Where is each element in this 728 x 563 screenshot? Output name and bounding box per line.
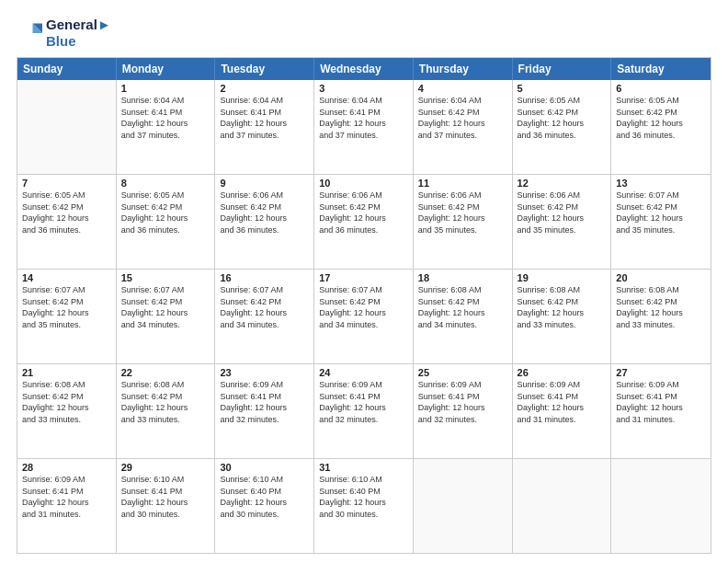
day-info: Sunrise: 6:10 AM Sunset: 6:40 PM Dayligh…: [319, 474, 408, 520]
day-number: 25: [418, 367, 507, 378]
calendar-cell: 16Sunrise: 6:07 AM Sunset: 6:42 PM Dayli…: [215, 270, 314, 363]
calendar-cell: 9Sunrise: 6:06 AM Sunset: 6:42 PM Daylig…: [215, 175, 314, 269]
day-info: Sunrise: 6:09 AM Sunset: 6:41 PM Dayligh…: [22, 474, 111, 520]
calendar-body: 1Sunrise: 6:04 AM Sunset: 6:41 PM Daylig…: [17, 80, 711, 553]
calendar-cell: 14Sunrise: 6:07 AM Sunset: 6:42 PM Dayli…: [17, 270, 117, 363]
day-number: 7: [22, 178, 111, 189]
day-number: 1: [121, 83, 210, 94]
day-info: Sunrise: 6:05 AM Sunset: 6:42 PM Dayligh…: [616, 95, 706, 141]
calendar-row: 7Sunrise: 6:05 AM Sunset: 6:42 PM Daylig…: [17, 175, 711, 270]
calendar-cell: 5Sunrise: 6:05 AM Sunset: 6:42 PM Daylig…: [513, 80, 612, 174]
calendar-cell: 8Sunrise: 6:05 AM Sunset: 6:42 PM Daylig…: [117, 175, 216, 269]
day-number: 31: [319, 462, 408, 473]
day-number: 9: [220, 178, 309, 189]
calendar-cell: 13Sunrise: 6:07 AM Sunset: 6:42 PM Dayli…: [611, 175, 711, 269]
day-number: 8: [121, 178, 210, 189]
day-info: Sunrise: 6:08 AM Sunset: 6:42 PM Dayligh…: [616, 284, 706, 330]
weekday-header: Friday: [513, 58, 612, 80]
day-number: 5: [518, 83, 607, 94]
day-number: 20: [616, 272, 706, 283]
calendar-cell: 30Sunrise: 6:10 AM Sunset: 6:40 PM Dayli…: [215, 459, 314, 553]
calendar-cell: 31Sunrise: 6:10 AM Sunset: 6:40 PM Dayli…: [314, 459, 414, 553]
day-number: 18: [418, 272, 507, 283]
day-number: 6: [616, 83, 706, 94]
day-info: Sunrise: 6:08 AM Sunset: 6:42 PM Dayligh…: [418, 284, 507, 330]
calendar-cell: 21Sunrise: 6:08 AM Sunset: 6:42 PM Dayli…: [17, 364, 117, 458]
day-info: Sunrise: 6:08 AM Sunset: 6:42 PM Dayligh…: [121, 379, 210, 425]
calendar-cell: 28Sunrise: 6:09 AM Sunset: 6:41 PM Dayli…: [17, 459, 117, 553]
day-number: 26: [518, 367, 607, 378]
calendar: SundayMondayTuesdayWednesdayThursdayFrid…: [17, 57, 711, 554]
day-info: Sunrise: 6:05 AM Sunset: 6:42 PM Dayligh…: [121, 190, 210, 236]
day-info: Sunrise: 6:06 AM Sunset: 6:42 PM Dayligh…: [319, 190, 408, 236]
day-number: 2: [220, 83, 309, 94]
day-number: 4: [418, 83, 507, 94]
day-number: 11: [418, 178, 507, 189]
logo-icon: [17, 20, 42, 46]
day-number: 27: [616, 367, 706, 378]
day-number: 17: [319, 272, 408, 283]
day-info: Sunrise: 6:07 AM Sunset: 6:42 PM Dayligh…: [616, 190, 706, 236]
day-number: 15: [121, 272, 210, 283]
weekday-header: Thursday: [414, 58, 513, 80]
day-number: 24: [319, 367, 408, 378]
calendar-cell: 2Sunrise: 6:04 AM Sunset: 6:41 PM Daylig…: [215, 80, 314, 174]
weekday-header: Monday: [117, 58, 216, 80]
calendar-cell: [611, 459, 711, 553]
day-info: Sunrise: 6:10 AM Sunset: 6:40 PM Dayligh…: [220, 474, 309, 520]
calendar-cell: 19Sunrise: 6:08 AM Sunset: 6:42 PM Dayli…: [513, 270, 612, 363]
calendar-cell: 29Sunrise: 6:10 AM Sunset: 6:41 PM Dayli…: [117, 459, 216, 553]
day-info: Sunrise: 6:04 AM Sunset: 6:41 PM Dayligh…: [319, 95, 408, 141]
day-info: Sunrise: 6:09 AM Sunset: 6:41 PM Dayligh…: [418, 379, 507, 425]
calendar-cell: 24Sunrise: 6:09 AM Sunset: 6:41 PM Dayli…: [314, 364, 414, 458]
calendar-row: 1Sunrise: 6:04 AM Sunset: 6:41 PM Daylig…: [17, 80, 711, 175]
calendar-cell: 26Sunrise: 6:09 AM Sunset: 6:41 PM Dayli…: [513, 364, 612, 458]
day-info: Sunrise: 6:04 AM Sunset: 6:41 PM Dayligh…: [121, 95, 210, 141]
calendar-cell: 3Sunrise: 6:04 AM Sunset: 6:41 PM Daylig…: [314, 80, 414, 174]
day-number: 28: [22, 462, 111, 473]
day-info: Sunrise: 6:09 AM Sunset: 6:41 PM Dayligh…: [616, 379, 706, 425]
calendar-cell: 11Sunrise: 6:06 AM Sunset: 6:42 PM Dayli…: [414, 175, 513, 269]
day-info: Sunrise: 6:06 AM Sunset: 6:42 PM Dayligh…: [518, 190, 607, 236]
calendar-cell: 1Sunrise: 6:04 AM Sunset: 6:41 PM Daylig…: [117, 80, 216, 174]
day-number: 22: [121, 367, 210, 378]
day-info: Sunrise: 6:04 AM Sunset: 6:41 PM Dayligh…: [220, 95, 309, 141]
day-info: Sunrise: 6:09 AM Sunset: 6:41 PM Dayligh…: [319, 379, 408, 425]
day-number: 10: [319, 178, 408, 189]
day-number: 12: [518, 178, 607, 189]
calendar-row: 28Sunrise: 6:09 AM Sunset: 6:41 PM Dayli…: [17, 459, 711, 553]
day-number: 19: [518, 272, 607, 283]
calendar-cell: 22Sunrise: 6:08 AM Sunset: 6:42 PM Dayli…: [117, 364, 216, 458]
day-info: Sunrise: 6:06 AM Sunset: 6:42 PM Dayligh…: [220, 190, 309, 236]
calendar-cell: 4Sunrise: 6:04 AM Sunset: 6:42 PM Daylig…: [414, 80, 513, 174]
day-number: 3: [319, 83, 408, 94]
calendar-cell: 17Sunrise: 6:07 AM Sunset: 6:42 PM Dayli…: [314, 270, 414, 363]
day-info: Sunrise: 6:08 AM Sunset: 6:42 PM Dayligh…: [22, 379, 111, 425]
weekday-header: Sunday: [17, 58, 117, 80]
day-number: 16: [220, 272, 309, 283]
calendar-cell: 27Sunrise: 6:09 AM Sunset: 6:41 PM Dayli…: [611, 364, 711, 458]
calendar-cell: 15Sunrise: 6:07 AM Sunset: 6:42 PM Dayli…: [117, 270, 216, 363]
weekday-header: Saturday: [611, 58, 711, 80]
day-info: Sunrise: 6:09 AM Sunset: 6:41 PM Dayligh…: [220, 379, 309, 425]
day-info: Sunrise: 6:09 AM Sunset: 6:41 PM Dayligh…: [518, 379, 607, 425]
day-info: Sunrise: 6:04 AM Sunset: 6:42 PM Dayligh…: [418, 95, 507, 141]
page: General► Blue SundayMondayTuesdayWednesd…: [0, 0, 728, 563]
calendar-cell: 12Sunrise: 6:06 AM Sunset: 6:42 PM Dayli…: [513, 175, 612, 269]
calendar-header: SundayMondayTuesdayWednesdayThursdayFrid…: [17, 58, 711, 80]
day-number: 23: [220, 367, 309, 378]
calendar-row: 14Sunrise: 6:07 AM Sunset: 6:42 PM Dayli…: [17, 270, 711, 364]
logo-text: General► Blue: [46, 17, 111, 50]
logo: General► Blue: [17, 17, 111, 50]
day-info: Sunrise: 6:05 AM Sunset: 6:42 PM Dayligh…: [518, 95, 607, 141]
day-number: 13: [616, 178, 706, 189]
day-number: 29: [121, 462, 210, 473]
calendar-cell: 23Sunrise: 6:09 AM Sunset: 6:41 PM Dayli…: [215, 364, 314, 458]
calendar-cell: 7Sunrise: 6:05 AM Sunset: 6:42 PM Daylig…: [17, 175, 117, 269]
day-number: 21: [22, 367, 111, 378]
day-info: Sunrise: 6:05 AM Sunset: 6:42 PM Dayligh…: [22, 190, 111, 236]
day-info: Sunrise: 6:08 AM Sunset: 6:42 PM Dayligh…: [518, 284, 607, 330]
calendar-cell: 20Sunrise: 6:08 AM Sunset: 6:42 PM Dayli…: [611, 270, 711, 363]
header: General► Blue: [17, 17, 711, 50]
calendar-cell: [414, 459, 513, 553]
